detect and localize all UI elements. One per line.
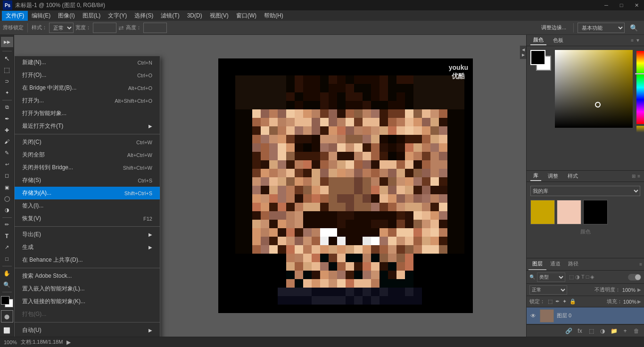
opacity-value[interactable]: 100%: [622, 287, 636, 293]
zoom-tool[interactable]: 🔍: [1, 280, 13, 290]
color-chip-1[interactable]: [530, 200, 555, 224]
styles-tab[interactable]: 样式: [565, 172, 581, 181]
path-select-tool[interactable]: ↗: [1, 242, 13, 253]
menu-3d[interactable]: 3D(D): [183, 11, 206, 20]
move-tool[interactable]: ↖: [1, 53, 13, 64]
maximize-button[interactable]: □: [614, 0, 629, 10]
stamp-tool[interactable]: ✎: [1, 148, 13, 158]
lib-grid-icon[interactable]: ⊞: [632, 174, 636, 179]
delete-layer-button[interactable]: 🗑: [632, 326, 641, 336]
search-button[interactable]: 🔍: [627, 22, 641, 33]
width-input[interactable]: [93, 23, 116, 33]
panel-collapse-icon[interactable]: ▼: [636, 38, 640, 43]
layer-visibility-icon[interactable]: 👁: [529, 312, 537, 320]
menu-place-linked[interactable]: 置入链接的智能对象(K)...: [15, 295, 160, 308]
menu-share-behance[interactable]: 在 Behance 上共享(D)...: [15, 254, 160, 266]
layer-row-0[interactable]: 👁 图层 0: [527, 307, 644, 324]
menu-save[interactable]: 存储(S) Ctrl+S: [15, 174, 160, 187]
lock-move-icon[interactable]: ✦: [562, 298, 567, 305]
brush-tool[interactable]: 🖌: [1, 136, 13, 147]
menu-layer[interactable]: 图层(L): [79, 11, 105, 21]
workspace-select[interactable]: 基本功能: [578, 23, 625, 33]
filter-pixel-icon[interactable]: ⬚: [569, 274, 574, 280]
panel-menu-icon[interactable]: ≡: [631, 38, 634, 43]
color-chip-3[interactable]: [583, 200, 608, 224]
window-controls[interactable]: ─ □ ✕: [599, 0, 644, 10]
eraser-tool[interactable]: ◻: [1, 171, 13, 181]
layers-tab[interactable]: 图层: [528, 258, 546, 270]
gradient-tool[interactable]: ▣: [1, 182, 13, 192]
menu-check-in[interactable]: 签入(I)...: [15, 199, 160, 212]
menu-close[interactable]: 关闭(C) Ctrl+W: [15, 136, 160, 149]
filter-text-icon[interactable]: T: [581, 274, 585, 280]
history-tool[interactable]: ↩: [1, 159, 13, 170]
tool-options-btn[interactable]: ▶▶: [1, 37, 13, 47]
color-gradient-picker[interactable]: [555, 50, 633, 128]
fill-value[interactable]: 100%: [623, 299, 636, 305]
alpha-slider[interactable]: [636, 126, 644, 132]
menu-browse-bridge[interactable]: 在 Bridge 中浏览(B)... Alt+Ctrl+O: [15, 82, 160, 94]
new-adjustment-button[interactable]: ◑: [598, 326, 607, 336]
menu-new[interactable]: 新建(N)... Ctrl+N: [15, 56, 160, 69]
lib-menu-icon[interactable]: ≡: [637, 174, 640, 179]
swatches-tab[interactable]: 色板: [550, 36, 566, 45]
heal-tool[interactable]: ✚: [1, 125, 13, 135]
link-layers-button[interactable]: 🔗: [564, 326, 573, 336]
status-arrow-icon[interactable]: ▶: [66, 339, 71, 346]
menu-export[interactable]: 导出(E) ▶: [15, 228, 160, 241]
menu-image[interactable]: 图像(I): [54, 11, 78, 21]
hand-tool[interactable]: ✋: [1, 268, 13, 279]
minimize-button[interactable]: ─: [599, 0, 614, 10]
magic-wand-tool[interactable]: ✦: [1, 88, 13, 98]
lock-paint-icon[interactable]: ✒: [555, 298, 560, 305]
menu-open-smart[interactable]: 打开为智能对象...: [15, 107, 160, 120]
new-group-button[interactable]: 📁: [609, 326, 619, 336]
dodge-tool[interactable]: ◑: [1, 205, 13, 215]
menu-place-embedded[interactable]: 置入嵌入的智能对象(L)...: [15, 282, 160, 295]
color-selector[interactable]: [1, 296, 13, 307]
marquee-tool[interactable]: ⬚: [1, 65, 13, 75]
color-chip-2[interactable]: [557, 200, 581, 224]
filter-shape-icon[interactable]: □: [586, 274, 589, 280]
text-tool[interactable]: T: [1, 231, 13, 241]
lock-all-icon[interactable]: 🔒: [570, 298, 576, 305]
menu-file[interactable]: 文件(F): [2, 11, 28, 21]
menu-close-all[interactable]: 关闭全部 Alt+Ctrl+W: [15, 149, 160, 161]
lock-transparent-icon[interactable]: ⬚: [548, 298, 553, 305]
menu-recent-files[interactable]: 最近打开文件(T) ▶: [15, 120, 160, 132]
eyedropper-tool[interactable]: ✒: [1, 114, 13, 124]
fill-chevron[interactable]: ▶: [637, 299, 641, 304]
menu-filter[interactable]: 滤镜(T): [157, 11, 183, 21]
hue-slider[interactable]: [636, 51, 644, 124]
layer-mask-button[interactable]: ⬚: [586, 326, 596, 336]
menu-help[interactable]: 帮助(H): [260, 11, 287, 21]
menu-edit[interactable]: 编辑(E): [28, 11, 54, 21]
crop-tool[interactable]: ⧉: [1, 102, 13, 113]
shape-tool[interactable]: □: [1, 254, 13, 264]
library-select[interactable]: 我的库: [530, 186, 640, 196]
foreground-color-swatch[interactable]: [530, 50, 545, 65]
menu-open-as[interactable]: 打开为... Alt+Shift+Ctrl+O: [15, 94, 160, 107]
screen-mode-btn[interactable]: ⬜: [1, 324, 13, 337]
menu-generate[interactable]: 生成 ▶: [15, 241, 160, 254]
adjust-tab[interactable]: 调整: [545, 172, 561, 181]
menu-close-bridge[interactable]: 关闭并转到 Bridge... Shift+Ctrl+W: [15, 161, 160, 174]
close-button[interactable]: ✕: [629, 0, 644, 10]
menu-automate[interactable]: 自动(U) ▶: [15, 324, 160, 337]
menu-save-as[interactable]: 存储为(A)... Shift+Ctrl+S: [15, 187, 160, 199]
height-input[interactable]: [143, 23, 167, 33]
paths-tab[interactable]: 路径: [564, 258, 582, 270]
style-select[interactable]: 正常: [49, 23, 74, 33]
blend-mode-select[interactable]: 正常: [529, 285, 567, 295]
layers-menu-icon[interactable]: ≡: [639, 262, 642, 267]
pen-tool[interactable]: ✏: [1, 219, 13, 230]
foreground-color[interactable]: [1, 296, 9, 305]
menu-open[interactable]: 打开(O)... Ctrl+O: [15, 69, 160, 82]
blur-tool[interactable]: ◯: [1, 193, 13, 204]
menu-select[interactable]: 选择(S): [131, 11, 157, 21]
lasso-tool[interactable]: ⊃: [1, 76, 13, 86]
filter-smart-icon[interactable]: ◈: [590, 274, 594, 280]
opacity-chevron[interactable]: ▶: [637, 287, 641, 292]
layers-type-filter[interactable]: 类型: [537, 273, 565, 282]
menu-view[interactable]: 视图(V): [206, 11, 232, 21]
